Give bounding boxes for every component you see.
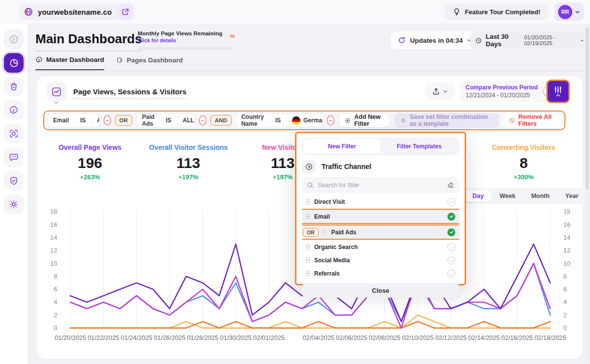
arrow-right-circle-icon[interactable]: → xyxy=(447,256,455,264)
drag-handle-icon[interactable] xyxy=(306,199,310,205)
export-upload-icon xyxy=(432,87,440,95)
save-filter-template-button[interactable]: Save set filter combination as a templat… xyxy=(394,113,499,128)
quota-details-link[interactable]: Click for details xyxy=(138,37,232,43)
granularity-month[interactable]: Month xyxy=(524,190,557,202)
sidebar-item-feedback[interactable] xyxy=(4,147,24,167)
updates-dropdown[interactable]: Updates in 04:34 xyxy=(391,31,479,49)
popup-category-name: Traffic Channel xyxy=(322,163,371,170)
filter-group-email[interactable]: Email IS ALL⌄ xyxy=(47,113,100,127)
filter-field[interactable]: Country Name xyxy=(236,114,270,127)
remove-filter-button[interactable]: − xyxy=(199,115,206,125)
search-icon xyxy=(307,182,314,189)
tab-master-dashboard[interactable]: Master Dashboard xyxy=(35,56,104,70)
filter-option-social-media[interactable]: Social Media → xyxy=(302,253,459,267)
drag-handle-icon[interactable] xyxy=(306,257,310,263)
feature-tour-button[interactable]: Feature Tour Completed! xyxy=(445,3,548,20)
filter-operator[interactable]: IS xyxy=(270,114,287,127)
svg-text:2: 2 xyxy=(563,311,567,319)
popup-tab-filter-templates[interactable]: Filter Templates xyxy=(381,139,458,154)
date-range-picker[interactable]: Last 30 Days 01/20/2025 - 02/19/2025 xyxy=(470,31,590,49)
filter-field[interactable]: Paid Ads xyxy=(137,114,160,127)
eraser-icon[interactable] xyxy=(447,181,454,189)
arrow-right-circle-icon[interactable]: → xyxy=(447,198,455,206)
filter-value-dropdown[interactable]: ALL⌄ xyxy=(91,114,99,127)
drag-handle-icon[interactable] xyxy=(306,214,310,220)
granularity-week[interactable]: Week xyxy=(492,190,523,202)
svg-text:16: 16 xyxy=(50,221,57,228)
sidebar-item-sessions[interactable] xyxy=(4,100,24,120)
filter-option-paid-ads[interactable]: OR Paid Ads xyxy=(302,225,459,239)
chevron-down-icon xyxy=(53,101,59,105)
tab-label: Pages Dashboard xyxy=(127,56,183,64)
scrollbar-thumb[interactable] xyxy=(586,28,589,190)
filter-field[interactable]: Email xyxy=(48,114,75,127)
filter-value-dropdown[interactable]: Germany⌄ xyxy=(287,114,323,127)
remove-filter-button[interactable]: − xyxy=(327,115,334,125)
plus-circle-icon xyxy=(345,117,350,124)
stat-delta: +197% xyxy=(134,173,242,181)
svg-text:18: 18 xyxy=(50,208,57,215)
open-website-button[interactable] xyxy=(117,3,134,20)
filter-search-box[interactable] xyxy=(302,177,459,193)
sidebar-item-recordings[interactable] xyxy=(4,124,24,143)
drag-handle-icon[interactable] xyxy=(323,229,327,235)
close-button[interactable]: Close xyxy=(302,283,459,298)
filter-group-country[interactable]: Country Name IS Germany⌄ xyxy=(236,113,324,127)
drag-handle-icon[interactable] xyxy=(306,244,310,250)
filter-option-email[interactable]: Email xyxy=(302,210,459,223)
svg-text:4: 4 xyxy=(54,298,57,306)
svg-text:01/24/2025: 01/24/2025 xyxy=(121,334,152,341)
svg-text:02/10/2025: 02/10/2025 xyxy=(402,334,434,341)
granularity-day[interactable]: Day xyxy=(465,190,491,202)
range-label: Last 30 Days xyxy=(486,33,520,48)
filter-group-paid-ads[interactable]: Paid Ads IS ALL⌄ xyxy=(136,113,195,127)
remove-filter-button[interactable]: − xyxy=(104,115,111,125)
remove-all-filters-button[interactable]: Remove All Filters xyxy=(503,113,561,128)
infinity-icon: ∞ xyxy=(230,31,235,40)
card-icon-badge[interactable] xyxy=(47,82,66,102)
filter-option-direct-visit[interactable]: Direct Visit → xyxy=(302,195,459,208)
or-join-chip[interactable]: OR xyxy=(303,228,319,237)
chevron-up-icon xyxy=(556,94,560,97)
website-name: yourwebsitename.co xyxy=(38,8,112,16)
join-operator-chip[interactable]: OR xyxy=(115,115,132,126)
tab-pages-dashboard[interactable]: Pages Dashboard xyxy=(116,56,183,70)
svg-text:6: 6 xyxy=(563,285,567,293)
arrow-right-circle-icon[interactable]: → xyxy=(447,270,455,278)
sidebar-item-settings[interactable] xyxy=(4,195,24,214)
arrow-left-circle-icon xyxy=(305,163,313,170)
export-button[interactable] xyxy=(425,83,455,100)
filter-operator[interactable]: IS xyxy=(75,114,91,127)
page-title: Main Dashboards xyxy=(35,31,142,52)
join-operator-chip[interactable]: AND xyxy=(210,115,232,126)
filter-value-dropdown[interactable]: ALL⌄ xyxy=(177,114,196,127)
filter-option-organic-search[interactable]: Organic Search → xyxy=(302,240,459,253)
popup-tab-new-filter[interactable]: New Filter xyxy=(303,139,381,154)
search-input[interactable] xyxy=(318,182,443,189)
website-selector[interactable]: yourwebsitename.co xyxy=(19,3,119,20)
arrow-right-circle-icon[interactable]: → xyxy=(447,243,455,251)
sidebar-item-security[interactable] xyxy=(4,171,24,191)
block-icon xyxy=(509,117,514,124)
line-chart-icon xyxy=(51,86,62,97)
sidebar-item-dashboards[interactable] xyxy=(4,53,24,73)
stat-delta: +300% xyxy=(470,173,578,181)
filter-panel-button[interactable] xyxy=(546,80,570,103)
chevron-down-icon xyxy=(580,38,584,43)
spiral-icon xyxy=(9,105,19,115)
svg-text:4: 4 xyxy=(563,298,567,306)
avatar: RR xyxy=(558,5,572,19)
pie-chart-icon xyxy=(9,58,19,68)
granularity-year[interactable]: Year xyxy=(558,190,586,202)
arrow-right-circle-icon xyxy=(9,34,19,44)
sidebar-item-store[interactable] xyxy=(4,77,24,96)
sidebar-collapse-button[interactable] xyxy=(4,29,24,49)
filter-option-referrals[interactable]: Referrals → xyxy=(302,267,459,280)
filter-operator[interactable]: IS xyxy=(160,114,177,127)
add-new-filter-button[interactable]: Add New Filter xyxy=(338,113,390,128)
svg-text:0: 0 xyxy=(563,324,567,332)
drag-handle-icon[interactable] xyxy=(306,271,310,277)
user-menu[interactable]: RR xyxy=(554,2,584,21)
back-button[interactable] xyxy=(302,160,316,173)
filter-option-label: Paid Ads xyxy=(331,229,443,236)
